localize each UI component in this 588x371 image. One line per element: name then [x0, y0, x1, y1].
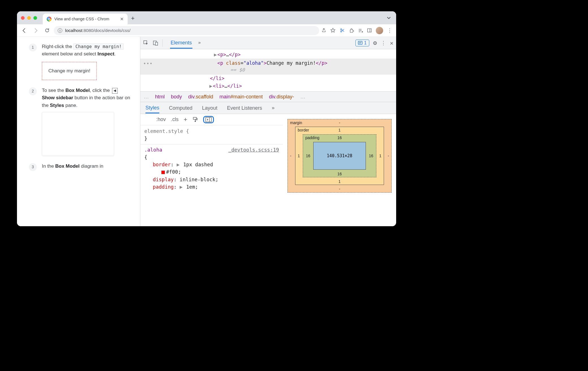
- step-number: 3: [29, 163, 37, 171]
- step-1: 1 Right-click the Change my margin! elem…: [29, 43, 132, 80]
- site-info-icon[interactable]: i: [58, 28, 62, 33]
- step-number: 1: [29, 44, 37, 51]
- crumb-div-scaffold[interactable]: div.scaffold: [188, 94, 213, 100]
- toolbar: i localhost:8080/docs/devtools/css/ ⋮: [17, 24, 396, 37]
- step-text: In the Box Model diagram in: [42, 163, 132, 171]
- close-devtools-icon[interactable]: ✕: [390, 40, 393, 46]
- forward-button[interactable]: [31, 26, 40, 35]
- back-button[interactable]: [20, 26, 29, 35]
- maximize-window[interactable]: [33, 16, 37, 20]
- minimize-window[interactable]: [27, 16, 31, 20]
- paint-icon[interactable]: [192, 117, 198, 122]
- step-text: Right-click the Change my margin! elemen…: [42, 43, 132, 80]
- tab-computed[interactable]: Computed: [169, 103, 192, 113]
- demo-element[interactable]: Change my margin!: [42, 62, 97, 80]
- css-rules-pane: :hov .cls + element.style { } _devtools.…: [140, 114, 283, 226]
- show-sidebar-glyph-icon: ◀: [112, 88, 118, 94]
- tabs-dropdown-icon[interactable]: [387, 16, 391, 20]
- media-icon[interactable]: [358, 28, 363, 33]
- settings-icon[interactable]: ⚙: [373, 39, 377, 46]
- devtools-toolbar: Elements » 1 ⚙ ⋮ ✕: [140, 37, 396, 49]
- device-toggle-icon[interactable]: [153, 40, 158, 46]
- issues-badge[interactable]: 1: [355, 40, 369, 46]
- step-text: To see the Box Model, click the ◀ Show s…: [42, 87, 132, 156]
- rules-body[interactable]: element.style { } _devtools.scss:19 .alo…: [140, 125, 283, 193]
- webpage-pane: 1 Right-click the Change my margin! elem…: [17, 37, 140, 226]
- rule-source-link[interactable]: _devtools.scss:19: [228, 146, 279, 154]
- crumb-html[interactable]: html: [155, 94, 165, 100]
- profile-avatar[interactable]: [376, 27, 383, 34]
- padding-label: padding: [305, 135, 319, 140]
- tab-layout[interactable]: Layout: [202, 103, 217, 113]
- cls-button[interactable]: .cls: [171, 117, 179, 122]
- tab-event-listeners[interactable]: Event Listeners: [227, 103, 262, 113]
- svg-rect-11: [195, 121, 196, 122]
- selected-element[interactable]: ••• <p class="aloha">Change my margin!</…: [140, 59, 396, 75]
- address-bar[interactable]: i localhost:8080/docs/devtools/css/: [54, 26, 319, 35]
- tab-styles[interactable]: Styles: [145, 103, 159, 113]
- browser-tab[interactable]: View and change CSS - Chrom ✕: [43, 14, 128, 24]
- rules-toolbar: :hov .cls +: [140, 114, 283, 125]
- sidepanel-icon[interactable]: [367, 28, 372, 33]
- styles-tabs: Styles Computed Layout Event Listeners »: [140, 102, 396, 114]
- crumb-div-display[interactable]: div.display-: [269, 94, 294, 100]
- dom-tree[interactable]: ▶<p>…</p> ••• <p class="aloha">Change my…: [140, 49, 396, 91]
- screenshot-thumbnail: [42, 112, 114, 156]
- toolbar-actions: ⋮: [321, 27, 393, 34]
- share-icon[interactable]: [321, 28, 326, 33]
- extensions-icon[interactable]: [349, 28, 354, 33]
- devtools-tab-elements[interactable]: Elements: [170, 37, 192, 49]
- favicon-chrome-icon: [47, 17, 51, 21]
- crumb-body[interactable]: body: [171, 94, 182, 100]
- close-window[interactable]: [21, 16, 25, 20]
- svg-rect-2: [368, 29, 372, 32]
- new-rule-icon[interactable]: +: [184, 116, 187, 123]
- inspect-icon[interactable]: [143, 40, 149, 46]
- close-tab-icon[interactable]: ✕: [120, 16, 124, 22]
- box-model-pane[interactable]: margin - - - - border 1 1 1 1 padding: [283, 114, 396, 226]
- hov-button[interactable]: :hov: [156, 117, 166, 122]
- tab-strip: View and change CSS - Chrom ✕ +: [17, 11, 396, 24]
- content-size[interactable]: 140.531×28: [313, 142, 366, 170]
- svg-rect-7: [358, 41, 362, 44]
- bookmark-icon[interactable]: [330, 28, 336, 33]
- crumb-main[interactable]: main#main-content: [219, 94, 263, 100]
- border-label: border: [298, 128, 309, 132]
- scissors-icon[interactable]: [340, 28, 345, 33]
- color-swatch[interactable]: [161, 171, 165, 174]
- step-number: 2: [29, 87, 37, 95]
- devtools-pane: Elements » 1 ⚙ ⋮ ✕ ▶<p>…</p> ••• <p clas…: [140, 37, 396, 226]
- svg-rect-6: [155, 42, 158, 45]
- url: localhost:8080/docs/devtools/css/: [65, 28, 130, 33]
- step-2: 2 To see the Box Model, click the ◀ Show…: [29, 87, 132, 156]
- window-controls: [21, 16, 37, 20]
- content-area: 1 Right-click the Change my margin! elem…: [17, 37, 396, 226]
- margin-label: margin: [290, 120, 302, 125]
- browser-window: View and change CSS - Chrom ✕ + i localh…: [17, 11, 396, 226]
- more-tabs-icon[interactable]: »: [198, 40, 201, 46]
- more-style-tabs-icon[interactable]: »: [272, 105, 274, 111]
- tab-title: View and change CSS - Chrom: [54, 17, 117, 21]
- breadcrumb-bar[interactable]: … html body div.scaffold main#main-conte…: [140, 91, 396, 102]
- issues-count: 1: [364, 40, 367, 46]
- code-sample: Change my margin!: [73, 43, 124, 50]
- svg-rect-12: [206, 117, 211, 122]
- new-tab-button[interactable]: +: [131, 15, 135, 22]
- reload-button[interactable]: [42, 26, 51, 35]
- show-sidebar-icon[interactable]: [203, 116, 214, 123]
- svg-rect-10: [193, 117, 196, 119]
- step-3: 3 In the Box Model diagram in: [29, 163, 132, 171]
